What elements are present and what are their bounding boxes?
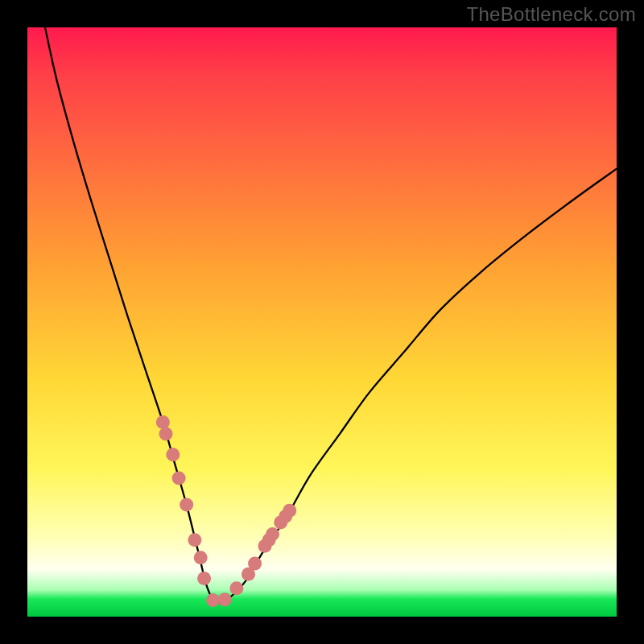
curve-layer bbox=[27, 27, 617, 617]
highlight-point bbox=[206, 593, 220, 607]
highlight-point bbox=[262, 533, 276, 547]
highlight-point bbox=[197, 572, 211, 585]
watermark-text: TheBottleneck.com bbox=[466, 3, 636, 26]
highlight-point bbox=[180, 497, 193, 511]
highlight-point bbox=[274, 515, 287, 529]
chart-frame: TheBottleneck.com bbox=[0, 0, 644, 644]
highlight-point bbox=[266, 527, 279, 541]
plot-area bbox=[27, 27, 617, 617]
highlight-point bbox=[242, 568, 255, 581]
bottleneck-curve bbox=[45, 27, 617, 603]
highlight-point bbox=[218, 592, 232, 606]
highlight-point bbox=[229, 581, 243, 595]
highlight-point bbox=[194, 551, 208, 564]
highlight-point bbox=[188, 533, 201, 547]
highlight-point bbox=[279, 510, 292, 523]
highlight-point bbox=[156, 415, 170, 429]
highlight-point bbox=[172, 471, 186, 485]
highlight-point bbox=[283, 504, 296, 518]
highlight-markers bbox=[156, 415, 296, 607]
highlight-point bbox=[248, 557, 262, 571]
highlight-point bbox=[258, 539, 271, 553]
highlight-point bbox=[159, 427, 173, 441]
highlight-point bbox=[166, 448, 180, 461]
